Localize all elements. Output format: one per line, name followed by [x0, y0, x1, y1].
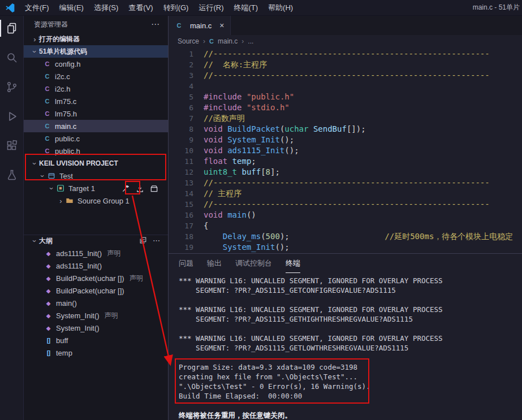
line-number: 1: [169, 49, 193, 59]
outline-item-label: System_Init(): [56, 324, 100, 332]
c-file-icon: C: [43, 73, 51, 80]
sidebar-item-workspace[interactable]: › 51单片机源代码: [24, 45, 168, 58]
keil-section-header[interactable]: › KEIL UVISION PROJECT: [24, 157, 168, 170]
build-icon[interactable]: [120, 183, 131, 193]
outline-item[interactable]: ◆BuildPacket(uchar []): [24, 284, 168, 297]
code-line-17[interactable]: 17{: [169, 220, 522, 231]
tab-main-c[interactable]: C main.c ×: [169, 16, 231, 35]
line-content: [193, 81, 204, 92]
breadcrumb-symbol[interactable]: ...: [248, 37, 253, 45]
line-content: Delay_ms(500); //延时500ms，待各个模块上电稳定: [193, 231, 513, 242]
chevron-separator-icon: ›: [241, 37, 244, 45]
panel-tab-bar: 问题 输出 调试控制台 终端: [169, 254, 522, 273]
menu-terminal[interactable]: 终端(T): [228, 3, 263, 13]
code-line-15[interactable]: 15//------------------------------------…: [169, 199, 522, 210]
panel-tab-problems[interactable]: 问题: [179, 254, 193, 273]
outline-item[interactable]: ◆System_Init(): [24, 322, 168, 334]
terminal-line: SEGMENT: ?PR?_ADS1115_GETLOWTHRESHREGVAL…: [179, 343, 522, 353]
line-content: #include "stdio.h": [193, 102, 290, 113]
code-line-4[interactable]: 4: [169, 81, 522, 92]
sidebar-title: 资源管理器: [34, 20, 68, 29]
breadcrumb-folder[interactable]: Source: [178, 37, 199, 45]
code-line-11[interactable]: 11float temp;: [169, 156, 522, 167]
breadcrumb[interactable]: Source › C main.c › ...: [169, 35, 522, 47]
code-line-16[interactable]: 16void main(): [169, 210, 522, 220]
outline-tree: ◆ads1115_Init()声明◆ads1115_Init()◆BuildPa…: [24, 247, 168, 359]
breadcrumb-file[interactable]: main.c: [218, 37, 238, 45]
panel-tab-debug-console[interactable]: 调试控制台: [235, 254, 272, 273]
code-line-10[interactable]: 10void ads1115_Init();: [169, 145, 522, 156]
run-debug-icon[interactable]: [0, 104, 24, 129]
panel-tab-output[interactable]: 输出: [207, 254, 222, 273]
method-symbol-icon: ◆: [44, 313, 53, 319]
code-line-2[interactable]: 2// 名称:主程序: [169, 59, 522, 70]
code-line-5[interactable]: 5#include "public.h": [169, 92, 522, 102]
code-line-6[interactable]: 6#include "stdio.h": [169, 102, 522, 113]
menu-edit[interactable]: 编辑(E): [54, 3, 89, 13]
file-item-i2c.h[interactable]: Ci2c.h: [24, 83, 168, 95]
code-line-8[interactable]: 8void BuildPacket(uchar SendBuf[]);: [169, 124, 522, 135]
search-icon[interactable]: [0, 45, 24, 70]
chevron-down-icon: ›: [38, 172, 47, 180]
outline-item[interactable]: ◆BuildPacket(uchar [])声明: [24, 272, 168, 284]
panel-tab-terminal[interactable]: 终端: [286, 254, 300, 273]
code-line-1[interactable]: 1//-------------------------------------…: [169, 49, 522, 59]
c-file-icon: C: [43, 98, 51, 105]
menu-help[interactable]: 帮助(H): [263, 3, 298, 13]
outline-item-label: buff: [56, 336, 68, 345]
file-item-public.h[interactable]: Cpublic.h: [24, 145, 168, 157]
keil-item-target1[interactable]: › Target 1: [24, 182, 168, 194]
file-item-lm75.h[interactable]: Clm75.h: [24, 107, 168, 120]
outline-item[interactable]: ◆ads1115_Init(): [24, 259, 168, 272]
menu-run[interactable]: 运行(R): [193, 3, 228, 13]
group-name: Source Group 1: [77, 197, 130, 205]
rebuild-icon[interactable]: [149, 183, 159, 193]
file-item-lm75.c[interactable]: Clm75.c: [24, 95, 168, 107]
vscode-logo: [5, 3, 15, 13]
code-line-7[interactable]: 7//函数声明: [169, 113, 522, 124]
keil-item-source-group[interactable]: › Source Group 1: [24, 194, 168, 207]
close-icon[interactable]: ×: [219, 21, 224, 30]
terminal-output[interactable]: *** WARNING L16: UNCALLED SEGMENT, IGNOR…: [169, 273, 522, 420]
file-item-public.c[interactable]: Cpublic.c: [24, 132, 168, 145]
testing-icon[interactable]: [0, 163, 24, 188]
file-item-main.c[interactable]: Cmain.c: [24, 120, 168, 132]
line-content: // 名称:主程序: [193, 59, 267, 70]
file-item-config.h[interactable]: Cconfig.h: [24, 58, 168, 70]
code-line-9[interactable]: 9void System_Init();: [169, 135, 522, 145]
outline-item[interactable]: ◆main(): [24, 297, 168, 309]
sidebar-item-open-editors[interactable]: › 打开的编辑器: [24, 33, 168, 45]
outline-item[interactable]: []buff: [24, 334, 168, 347]
extensions-icon[interactable]: [0, 133, 24, 158]
code-line-13[interactable]: 13//------------------------------------…: [169, 177, 522, 188]
collapse-all-icon[interactable]: [139, 236, 147, 246]
outline-item[interactable]: ◆System_Init()声明: [24, 309, 168, 322]
code-line-14[interactable]: 14// 主程序: [169, 188, 522, 199]
menu-selection[interactable]: 选择(S): [89, 3, 123, 13]
code-line-12[interactable]: 12uint8_t buff[8];: [169, 167, 522, 177]
source-control-icon[interactable]: [0, 75, 24, 99]
terminal-line: SEGMENT: ?PR?_ADS1115_GETHIGHTHRESHREGVA…: [179, 314, 522, 324]
outline-item[interactable]: ◆ads1115_Init()声明: [24, 247, 168, 259]
outline-item-suffix: 声明: [130, 274, 143, 283]
file-item-i2c.c[interactable]: Ci2c.c: [24, 70, 168, 83]
keil-item-test[interactable]: › Test: [24, 170, 168, 182]
outline-item-suffix: 声明: [105, 311, 118, 321]
outline-section-header[interactable]: › 大纲 ⋯: [24, 235, 168, 247]
explorer-icon[interactable]: [0, 16, 24, 41]
code-line-3[interactable]: 3//-------------------------------------…: [169, 70, 522, 81]
views-more-actions-icon[interactable]: ⋯: [151, 19, 160, 29]
code-editor[interactable]: 1//-------------------------------------…: [169, 47, 522, 253]
menu-view[interactable]: 查看(V): [123, 3, 158, 13]
line-number: 13: [169, 177, 193, 188]
code-line-18[interactable]: 18 Delay_ms(500); //延时500ms，待各个模块上电稳定: [169, 231, 522, 242]
line-content: void main(): [193, 210, 256, 220]
outline-item-label: BuildPacket(uchar []): [56, 287, 124, 295]
download-icon[interactable]: [135, 183, 145, 193]
code-line-19[interactable]: 19 System_Init();: [169, 242, 522, 253]
c-file-icon: C: [43, 135, 51, 142]
menu-goto[interactable]: 转到(G): [158, 3, 194, 13]
menu-file[interactable]: 文件(F): [20, 3, 54, 13]
outline-item[interactable]: []temp: [24, 347, 168, 359]
outline-more-actions-icon[interactable]: ⋯: [153, 236, 160, 246]
